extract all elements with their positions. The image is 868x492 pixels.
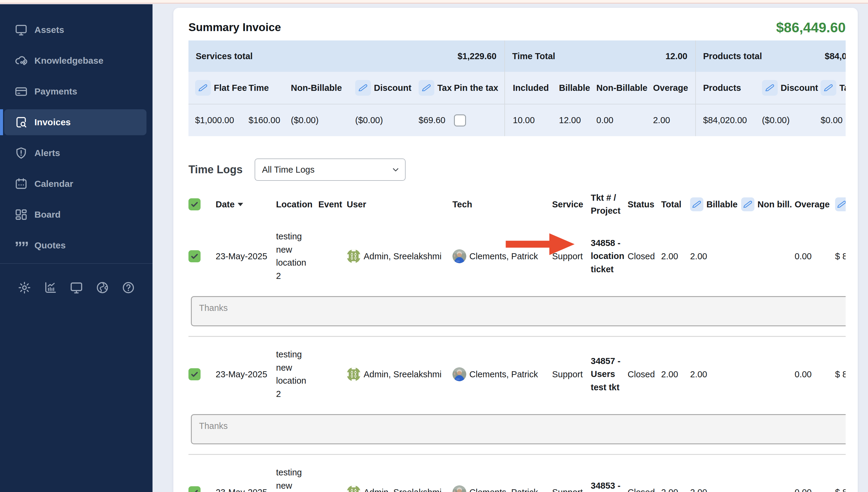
log-status: Closed <box>628 488 661 492</box>
row-divider <box>189 336 846 337</box>
sidebar-item-calendar[interactable]: Calendar <box>4 171 146 197</box>
col-included: Included <box>513 83 559 93</box>
edit-tax-icon[interactable] <box>418 80 434 96</box>
col-billable: Billable <box>706 199 738 210</box>
log-status: Closed <box>628 251 661 262</box>
page-title: Summary Invoice <box>189 21 281 34</box>
sidebar-item-label: Board <box>34 210 61 220</box>
sidebar-item-invoices[interactable]: Invoices <box>4 109 146 135</box>
log-service: Support <box>552 251 591 262</box>
time-logs-filter-select[interactable]: All Time Logs <box>255 158 406 181</box>
col-discount: Discount <box>781 83 818 93</box>
log-status: Closed <box>628 369 661 379</box>
col-pin-the-tax: Pin the tax <box>454 83 499 93</box>
log-ticket-link[interactable]: 34857 - Users test tkt <box>591 355 626 394</box>
products-total-label: Products total <box>703 51 762 61</box>
edit-discount-icon[interactable] <box>355 80 371 96</box>
sidebar-item-assets[interactable]: Assets <box>4 17 146 43</box>
sidebar-item-label: Assets <box>34 25 64 35</box>
select-all-checkbox[interactable] <box>189 198 200 211</box>
edit-billable-icon[interactable] <box>690 197 703 211</box>
summary-table-clip: Services total $1,229.60 Flat Fee Time N… <box>189 35 846 136</box>
sidebar-item-alerts[interactable]: Alerts <box>4 140 146 166</box>
log-amount: $ 8 <box>835 369 846 379</box>
sidebar-item-label: Alerts <box>34 148 60 158</box>
products-discount-value: ($0.00) <box>762 115 821 125</box>
monitor-icon <box>15 23 28 36</box>
col-date[interactable]: Date <box>216 199 276 210</box>
col-tax: Tax <box>839 83 846 93</box>
globe-icon[interactable] <box>95 281 109 295</box>
shield-alert-icon <box>15 146 28 160</box>
time-logs-heading: Time Logs <box>189 163 243 176</box>
log-note-input[interactable]: Thanks <box>191 414 846 444</box>
sidebar: Assets Knowledgebase Payments Invoices A… <box>0 4 152 492</box>
col-event: Event <box>318 199 347 210</box>
log-tech: Clements, Patrick <box>469 488 538 492</box>
edit-products-tax-icon[interactable] <box>821 80 836 96</box>
time-logs-header-row: Date Location Event User Tech Service Tk… <box>189 190 846 219</box>
products-value: $84,020.00 <box>703 115 762 125</box>
discount-value: ($0.00) <box>355 115 418 125</box>
col-flat-fee: Flat Fee <box>214 83 247 93</box>
invoice-search-icon <box>15 116 28 129</box>
log-date: 23-May-2025 <box>216 251 276 262</box>
log-location: testing new location 2 <box>276 348 311 400</box>
time-log-group: 23-May-2025 testing new location 2 Admin… <box>189 459 846 492</box>
overage-value: 2.00 <box>653 115 695 125</box>
time-logs-table-clip: Date Location Event User Tech Service Tk… <box>189 181 846 492</box>
non-billable-value: ($0.00) <box>291 115 355 125</box>
log-location: testing new location 2 <box>276 230 311 282</box>
sidebar-item-knowledgebase[interactable]: Knowledgebase <box>4 48 146 74</box>
log-tech: Clements, Patrick <box>469 251 538 262</box>
col-discount: Discount <box>374 83 411 93</box>
sidebar-item-board[interactable]: Board <box>4 202 146 228</box>
log-overage: 0.00 <box>795 369 835 379</box>
log-date: 23-May-2025 <box>216 369 276 379</box>
tax-value: $69.60 <box>418 115 454 125</box>
time-total-value: 12.00 <box>665 51 688 61</box>
col-non-billable: Non-Billable <box>291 83 355 93</box>
products-total-value: $84,020.00 <box>825 51 846 61</box>
tech-avatar <box>453 485 466 492</box>
edit-non-billable-icon[interactable] <box>741 197 754 211</box>
edit-products-discount-icon[interactable] <box>762 80 778 96</box>
col-user: User <box>347 199 453 210</box>
sidebar-item-label: Calendar <box>34 179 73 189</box>
time-log-group: 23-May-2025 testing new location 2 Admin… <box>189 222 846 337</box>
invoice-grand-total: $86,449.60 <box>776 19 846 35</box>
log-tech: Clements, Patrick <box>469 369 538 379</box>
row-checkbox[interactable] <box>189 368 200 380</box>
col-tax: Tax <box>437 83 452 93</box>
settings-gear-icon[interactable] <box>18 281 31 295</box>
row-checkbox[interactable] <box>189 250 200 262</box>
log-user: Admin, Sreelakshmi <box>364 369 441 379</box>
log-billable: 2.00 <box>690 488 741 492</box>
help-icon[interactable] <box>121 281 135 295</box>
sidebar-item-payments[interactable]: Payments <box>4 78 146 104</box>
services-total-value: $1,229.60 <box>458 51 497 61</box>
edit-flat-fee-icon[interactable] <box>195 80 211 96</box>
board-icon <box>15 208 28 221</box>
edit-rate-icon[interactable] <box>835 197 846 211</box>
sidebar-item-quotes[interactable]: ”” Quotes <box>4 232 146 259</box>
remote-monitor-icon[interactable] <box>70 281 83 295</box>
log-user: Admin, Sreelakshmi <box>364 488 441 492</box>
log-ticket-link[interactable]: 34853 - Asset <box>591 479 626 492</box>
col-total: Total <box>661 199 690 210</box>
log-note-input[interactable]: Thanks <box>191 296 846 326</box>
reports-chart-icon[interactable] <box>44 281 57 295</box>
row-divider <box>189 454 846 455</box>
tech-avatar <box>453 367 466 381</box>
credit-card-icon <box>15 85 28 98</box>
pin-the-tax-checkbox[interactable] <box>454 115 466 126</box>
table-row: 23-May-2025 testing new location 2 Admin… <box>189 341 846 408</box>
user-avatar <box>347 367 361 381</box>
billable-value: 12.00 <box>559 115 597 125</box>
log-billable: 2.00 <box>690 369 741 379</box>
services-total-label: Services total <box>196 51 253 61</box>
col-location: Location <box>276 199 318 210</box>
col-ticket-project: Tkt # / Project <box>591 191 626 218</box>
log-ticket-link[interactable]: 34858 - location ticket <box>591 237 626 276</box>
row-checkbox[interactable] <box>189 486 200 492</box>
